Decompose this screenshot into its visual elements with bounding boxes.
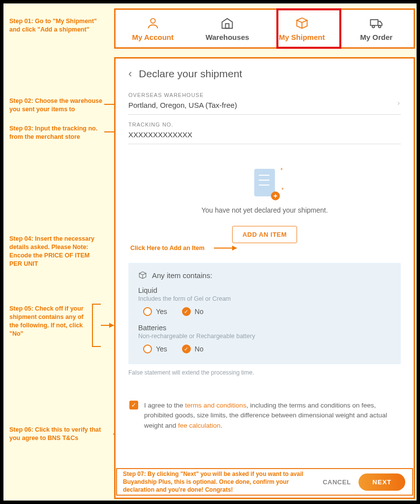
arrow-icon	[101, 325, 114, 326]
batteries-label: Batteries	[138, 324, 391, 332]
agree-text: I agree to the terms and conditions, inc…	[144, 401, 400, 431]
clipboard-icon: + **	[251, 167, 278, 199]
agree-checkbox[interactable]: ✓	[129, 401, 138, 410]
tracking-input[interactable]: XXXXXXXXXXXXX	[128, 130, 401, 139]
field-label: OVERSEAS WAREHOUSE	[128, 92, 401, 98]
step-03-label: Step 03: Input the tracking no. from the…	[9, 125, 103, 141]
text: I agree to the	[144, 402, 185, 409]
nav-my-order[interactable]: My Order	[339, 10, 414, 47]
svg-rect-2	[371, 20, 378, 26]
fee-link[interactable]: fee calculation	[178, 422, 220, 429]
tutorial-page: Step 01: Go to "My Shipment" and click "…	[0, 0, 420, 504]
batteries-no-radio[interactable]: ✓No	[182, 345, 204, 353]
batteries-sublabel: Non-rechargeable or Rechargeable battery	[138, 333, 391, 340]
nav-label: Warehouses	[206, 33, 249, 41]
liquid-no-radio[interactable]: ✓No	[182, 307, 204, 316]
radio-label: No	[195, 308, 204, 315]
chevron-right-icon: ›	[397, 99, 400, 107]
nav-label: My Account	[132, 33, 174, 41]
batteries-yes-radio[interactable]: Yes	[143, 345, 167, 353]
nav-my-account[interactable]: My Account	[116, 10, 190, 47]
field-label: TRACKING NO.	[128, 122, 401, 127]
form-header: ‹ Declare your shipment	[128, 67, 401, 80]
step-02-label: Step 02: Choose the warehouse you sent y…	[9, 97, 103, 114]
add-item-button[interactable]: ADD AN ITEM	[232, 226, 297, 243]
nav-my-shipment[interactable]: My Shipment	[265, 10, 339, 47]
svg-rect-1	[226, 24, 229, 28]
step-04-label: Step 04: Insert the necessary details as…	[9, 235, 103, 268]
step-01-label: Step 01: Go to "My Shipment" and click "…	[9, 17, 103, 34]
liquid-sublabel: Includes the form of Gel or Cream	[138, 295, 391, 302]
step-05-label: Step 05: Check off if your shipment cont…	[9, 305, 88, 338]
liquid-label: Liquid	[138, 286, 391, 294]
svg-point-4	[379, 25, 381, 28]
nav-label: My Shipment	[279, 33, 325, 41]
radio-label: Yes	[156, 308, 167, 315]
empty-state-text: You have not yet declared your shipment.	[128, 206, 401, 214]
agree-row: ✓ I agree to the terms and conditions, i…	[128, 401, 401, 431]
liquid-yes-radio[interactable]: Yes	[143, 307, 167, 316]
box-icon	[138, 271, 147, 280]
user-icon	[146, 16, 160, 30]
field-value: Portland, Oregon, USA (Tax-free)	[128, 101, 401, 109]
box-icon	[295, 16, 309, 30]
arrow-icon	[214, 248, 237, 249]
contains-title: Any item contains:	[152, 271, 212, 280]
next-button[interactable]: NEXT	[359, 473, 405, 491]
item-contains-box: Any item contains: Liquid Includes the f…	[128, 263, 401, 364]
bracket-icon	[92, 304, 101, 347]
step-06-label: Step 06: Click this to verify that you a…	[9, 426, 103, 442]
cancel-button[interactable]: CANCEL	[323, 478, 351, 486]
declare-empty-state: + ** You have not yet declared your ship…	[128, 167, 401, 243]
disclaimer-text: False statement will extend the processi…	[128, 369, 401, 376]
footer-bar: Step 07: By clicking "Next" you will be …	[116, 468, 413, 496]
tracking-field[interactable]: TRACKING NO. XXXXXXXXXXXXX	[128, 119, 401, 144]
truck-icon	[369, 16, 383, 30]
terms-link[interactable]: terms and conditions	[185, 402, 246, 409]
warehouse-icon	[220, 16, 234, 30]
svg-point-3	[372, 25, 375, 28]
step-07-label: Step 07: By clicking "Next" you will be …	[117, 468, 323, 496]
page-title: Declare your shipment	[139, 68, 242, 80]
back-icon[interactable]: ‹	[128, 67, 132, 80]
text: .	[220, 422, 222, 429]
radio-label: Yes	[156, 345, 167, 353]
warehouse-field[interactable]: OVERSEAS WAREHOUSE Portland, Oregon, USA…	[128, 89, 401, 115]
add-item-callout: Click Here to Add an Item	[130, 245, 205, 252]
declare-form-panel: ‹ Declare your shipment OVERSEAS WAREHOU…	[114, 57, 415, 499]
nav-label: My Order	[360, 33, 392, 41]
main-nav: My Account Warehouses My Shipment My Ord…	[114, 8, 415, 49]
nav-warehouses[interactable]: Warehouses	[190, 10, 265, 47]
svg-point-0	[150, 18, 155, 23]
radio-label: No	[195, 345, 204, 353]
